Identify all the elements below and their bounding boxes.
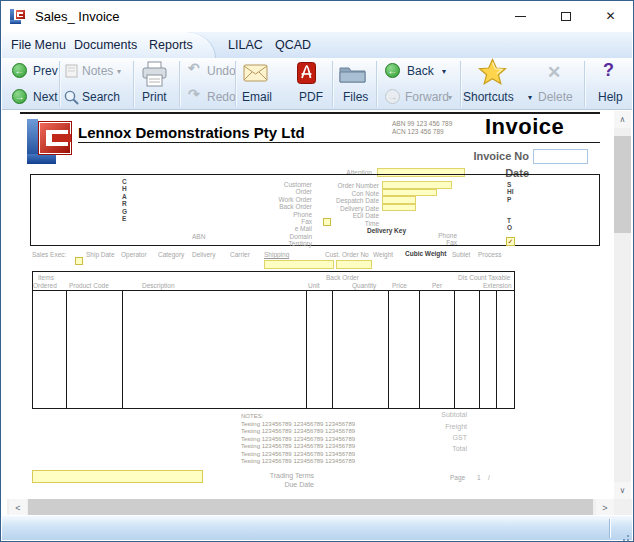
scrollbar-corner [614,499,632,516]
delivery-label: Delivery [192,251,215,258]
help-button[interactable]: Help [598,90,623,104]
forward-dropdown-icon[interactable]: ▾ [448,93,452,102]
table-col-line [332,290,333,409]
maximize-button[interactable] [543,1,588,31]
window-title: Sales_ Invoice [35,9,120,24]
table-header-rule [32,290,515,291]
toolbar-separator [133,61,134,107]
despatch-date-label: Despatch Date [279,197,379,204]
shortcuts-dropdown-icon[interactable]: ▾ [528,93,532,102]
vertical-scroll-thumb[interactable] [614,136,631,233]
next-button[interactable]: Next [33,90,58,104]
toolbar-separator [59,61,60,107]
toolbar-separator [179,61,180,107]
delivery-date-field[interactable] [382,204,416,212]
company-name: Lennox Demonstrations Pty Ltd [78,124,305,141]
charge-label-domain: Domain [212,233,312,240]
print-button[interactable]: Print [142,90,167,104]
back-dropdown-icon[interactable]: ▾ [442,67,446,76]
delete-icon: ✕ [547,62,561,83]
vertical-scrollbar[interactable]: ∧ ∨ [614,111,631,499]
scroll-left-icon: < [15,503,20,513]
sublet-label: Sublet [452,251,470,258]
toolbar-separator [235,61,236,107]
notes-dropdown-icon[interactable]: ▾ [117,67,121,76]
col-product-code: Product Code [69,282,109,289]
scroll-right-button[interactable]: > [596,499,614,516]
back-button[interactable]: Back [407,64,434,78]
order-number-field[interactable] [382,181,452,189]
undo-button[interactable]: Undo [207,64,236,78]
col-extension: Extension [483,282,512,289]
menu-bar: File Menu Documents Reports LILAC QCAD [2,32,632,58]
redo-button[interactable]: Redo [207,90,236,104]
delivery-date-label: Delivery Date [279,205,379,212]
close-button[interactable]: ✕ [588,1,633,31]
menu-lilac[interactable]: LILAC [228,38,263,52]
ship-checkbox[interactable]: ✓ [506,237,515,246]
shipping-field[interactable] [264,260,334,269]
menu-qcad[interactable]: QCAD [275,38,311,52]
email-button[interactable]: Email [242,90,272,104]
close-icon: ✕ [605,10,615,22]
resize-grip-icon[interactable] [627,535,629,537]
time-checkbox[interactable] [323,218,331,226]
cubic-weight-label: Cubic Weight [405,250,446,257]
ship-date-label: Ship Date [86,251,115,258]
table-col-line [479,290,480,409]
table-col-line [496,290,497,409]
files-folder-icon [339,63,366,83]
undo-icon: ↶ [188,60,200,76]
notes-button[interactable]: Notes [82,64,113,78]
footer-field[interactable] [32,470,203,483]
col-per: Per [432,282,442,289]
abn-small-label: ABN [192,233,205,240]
notes-line: Testing 123456789 123456789 123456789 [241,428,355,434]
cust-order-no-field[interactable] [336,260,372,269]
gst-label: GST [367,434,467,441]
print-icon [141,61,168,88]
delete-button[interactable]: Delete [538,90,573,104]
scroll-up-button[interactable]: ∧ [614,111,631,128]
horizontal-scroll-thumb[interactable] [28,499,593,516]
pdf-button[interactable]: PDF [299,90,323,104]
sales-exec-checkbox[interactable] [75,257,83,265]
menu-reports[interactable]: Reports [149,38,193,52]
toolbar-separator [376,61,377,107]
menu-file[interactable]: File Menu [11,38,66,52]
despatch-date-field[interactable] [382,196,416,204]
operator-label: Operator [121,251,147,258]
menu-documents[interactable]: Documents [74,38,137,52]
table-col-line [122,290,123,409]
scroll-down-button[interactable]: ∨ [614,482,631,499]
scroll-left-button[interactable]: < [9,499,27,516]
forward-button[interactable]: Forward [405,90,449,104]
invoice-no-field[interactable] [533,149,588,164]
category-label: Category [158,251,184,258]
notes-icon [65,64,79,78]
shortcuts-button[interactable]: Shortcuts [463,90,514,104]
table-col-line [306,290,307,409]
search-button[interactable]: Search [82,90,120,104]
con-note-field[interactable] [382,189,437,197]
minimize-button[interactable] [498,1,543,31]
files-button[interactable]: Files [343,90,368,104]
prev-icon: ← [12,63,27,78]
app-window: Sales_ Invoice ✕ File Menu Documents Rep… [0,0,634,542]
toolbar-separator [460,61,461,107]
horizontal-scrollbar[interactable]: < > [7,499,614,516]
email-icon [243,64,268,82]
charge-vertical-label: CHARGE [122,178,130,222]
due-date-label: Due Date [214,481,314,488]
subtotal-label: Subtotal [367,411,467,418]
page-number: 1 [477,474,481,481]
notes-title: NOTES: [241,413,263,419]
col-price: Price [392,282,407,289]
company-logo [27,119,73,164]
freight-label: Freight [367,423,467,430]
toolbar-separator [332,61,333,107]
col-unit: Unit [308,282,320,289]
title-bar[interactable]: Sales_ Invoice ✕ [1,1,633,32]
prev-button[interactable]: Prev [33,64,58,78]
shipping-label: Shipping [264,251,289,259]
